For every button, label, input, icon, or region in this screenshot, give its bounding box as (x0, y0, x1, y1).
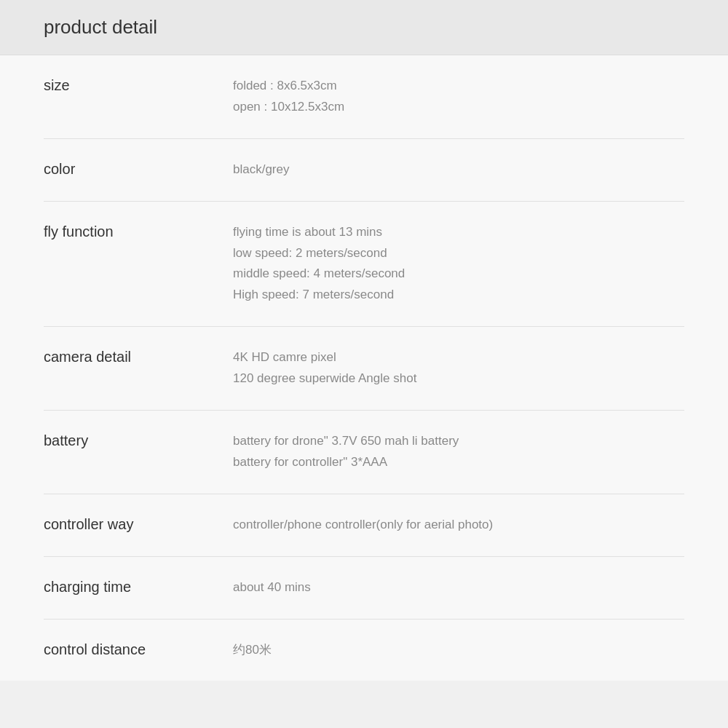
value-controller-way: controller/phone controller(only for aer… (233, 515, 684, 536)
row-fly-function: fly functionflying time is about 13 mins… (44, 202, 684, 328)
value-line-battery-1: battery for controller" 3*AAA (233, 452, 684, 473)
label-control-distance: control distance (44, 640, 233, 658)
value-fly-function: flying time is about 13 minslow speed: 2… (233, 222, 684, 306)
value-charging-time: about 40 mins (233, 577, 684, 598)
label-size: size (44, 76, 233, 94)
row-size: sizefolded : 8x6.5x3cmopen : 10x12.5x3cm (44, 55, 684, 139)
content-area: sizefolded : 8x6.5x3cmopen : 10x12.5x3cm… (0, 55, 728, 681)
value-battery: battery for drone" 3.7V 650 mah li batte… (233, 431, 684, 473)
value-line-fly-function-3: High speed: 7 meters/second (233, 285, 684, 306)
page-header: product detail (0, 0, 728, 55)
value-line-size-0: folded : 8x6.5x3cm (233, 76, 684, 97)
value-line-camera-detail-1: 120 degree superwide Angle shot (233, 368, 684, 389)
value-color: black/grey (233, 159, 684, 181)
value-line-charging-time-0: about 40 mins (233, 577, 684, 598)
value-line-battery-0: battery for drone" 3.7V 650 mah li batte… (233, 431, 684, 452)
row-camera-detail: camera detail4K HD camre pixel120 degree… (44, 327, 684, 411)
row-color: colorblack/grey (44, 139, 684, 202)
value-control-distance: 约80米 (233, 640, 684, 661)
label-color: color (44, 159, 233, 178)
value-line-controller-way-0: controller/phone controller(only for aer… (233, 515, 684, 536)
label-charging-time: charging time (44, 577, 233, 596)
value-line-fly-function-1: low speed: 2 meters/second (233, 243, 684, 264)
value-size: folded : 8x6.5x3cmopen : 10x12.5x3cm (233, 76, 684, 118)
value-line-fly-function-0: flying time is about 13 mins (233, 222, 684, 243)
label-camera-detail: camera detail (44, 347, 233, 365)
label-controller-way: controller way (44, 515, 233, 533)
label-fly-function: fly function (44, 222, 233, 240)
row-battery: batterybattery for drone" 3.7V 650 mah l… (44, 411, 684, 494)
row-charging-time: charging timeabout 40 mins (44, 557, 684, 620)
row-control-distance: control distance约80米 (44, 620, 684, 681)
label-battery: battery (44, 431, 233, 449)
value-line-fly-function-2: middle speed: 4 meters/second (233, 264, 684, 285)
value-line-camera-detail-0: 4K HD camre pixel (233, 347, 684, 368)
row-controller-way: controller waycontroller/phone controlle… (44, 494, 684, 557)
value-line-color-0: black/grey (233, 159, 684, 181)
value-line-size-1: open : 10x12.5x3cm (233, 97, 684, 118)
value-camera-detail: 4K HD camre pixel120 degree superwide An… (233, 347, 684, 389)
value-line-control-distance-0: 约80米 (233, 640, 684, 661)
page-title: product detail (44, 16, 157, 38)
